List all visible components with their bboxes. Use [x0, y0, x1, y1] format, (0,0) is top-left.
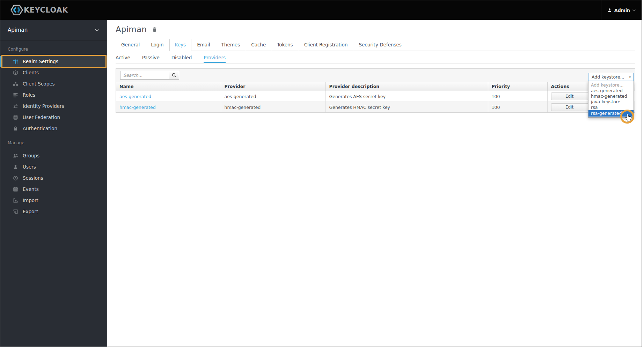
top-navbar: KEYCLOAK Admin — [0, 0, 642, 20]
subtab-passive[interactable]: Passive — [142, 52, 160, 63]
cubes-icon — [13, 81, 18, 87]
provider-name-link[interactable]: hmac-generated — [119, 105, 156, 110]
subtab-disabled[interactable]: Disabled — [171, 52, 192, 63]
table-row: aes-generated aes-generated Generates AE… — [116, 91, 635, 102]
keycloak-logo-icon — [10, 4, 23, 16]
add-keystore-select[interactable]: Add keystore... ▾ — [588, 73, 634, 81]
sidebar-item-groups[interactable]: Groups — [0, 150, 107, 161]
sliders-icon — [13, 59, 18, 64]
sidebar-item-sessions[interactable]: Sessions — [0, 172, 107, 184]
providers-table: Name Provider Provider description Prior… — [116, 82, 635, 112]
sidebar-item-label: Clients — [23, 70, 39, 75]
sidebar-item-label: Groups — [23, 153, 39, 158]
column-header-name: Name — [116, 82, 221, 91]
realm-name: Apiman — [8, 27, 28, 33]
clock-icon — [13, 176, 18, 181]
list-icon — [13, 92, 18, 98]
chevron-down-icon — [632, 9, 636, 11]
tab-keys[interactable]: Keys — [169, 39, 192, 51]
sidebar-item-identity-providers[interactable]: Identity Providers — [0, 101, 107, 112]
sidebar-item-events[interactable]: Events — [0, 184, 107, 195]
column-header-provider: Provider — [221, 82, 325, 91]
exchange-icon — [13, 104, 18, 109]
cube-icon — [13, 70, 18, 75]
dropdown-option-rsa-generated[interactable]: rsa-generated — [588, 110, 634, 117]
add-keystore-select-value: Add keystore... — [592, 74, 624, 80]
sidebar-item-client-scopes[interactable]: Client Scopes — [0, 78, 107, 89]
dropdown-option-java-keystore[interactable]: java-keystore — [588, 99, 634, 105]
edit-button[interactable]: Edit — [551, 92, 588, 100]
tab-login[interactable]: Login — [145, 39, 169, 51]
database-icon — [13, 115, 18, 120]
provider-name-link[interactable]: aes-generated — [119, 94, 151, 99]
tab-tokens[interactable]: Tokens — [271, 39, 298, 51]
sidebar-item-realm-settings[interactable]: Realm Settings — [0, 56, 107, 67]
column-header-priority: Priority — [488, 82, 547, 91]
app-window: KEYCLOAK Admin Apiman Configure — [0, 0, 642, 347]
dropdown-option-rsa[interactable]: rsa — [588, 105, 634, 110]
subtab-active[interactable]: Active — [116, 52, 130, 63]
description-cell: Generates HMAC secret key — [325, 102, 488, 113]
sidebar-item-export[interactable]: Export — [0, 206, 107, 217]
sidebar-item-label: Users — [23, 164, 36, 170]
section-label-manage: Manage — [0, 140, 107, 145]
tabs-divider — [407, 39, 635, 51]
sidebar-item-label: User Federation — [23, 114, 60, 120]
provider-cell: hmac-generated — [221, 102, 325, 113]
sidebar-item-users[interactable]: Users — [0, 161, 107, 172]
sidebar-item-label: Import — [23, 198, 38, 203]
user-icon — [13, 164, 18, 170]
sidebar: Apiman Configure Realm Settings — [0, 20, 107, 347]
chevron-down-icon — [95, 29, 99, 31]
sidebar-item-label: Roles — [23, 92, 35, 98]
tab-general[interactable]: General — [116, 39, 145, 51]
user-icon — [607, 8, 612, 13]
sidebar-item-clients[interactable]: Clients — [0, 67, 107, 78]
calendar-icon — [13, 187, 18, 192]
user-menu[interactable]: Admin — [601, 0, 642, 20]
sidebar-item-label: Identity Providers — [23, 103, 64, 109]
subtab-providers[interactable]: Providers — [204, 52, 226, 63]
sidebar-item-label: Client Scopes — [23, 81, 55, 87]
keycloak-logo[interactable]: KEYCLOAK — [10, 4, 68, 16]
sidebar-item-label: Events — [23, 186, 39, 192]
search-button[interactable] — [169, 71, 179, 80]
sidebar-item-label: Export — [23, 209, 38, 214]
providers-panel: Name Provider Provider description Prior… — [116, 68, 635, 113]
priority-cell: 100 — [488, 91, 547, 102]
table-row: hmac-generated hmac-generated Generates … — [116, 102, 635, 113]
search-icon — [172, 73, 176, 77]
edit-button[interactable]: Edit — [551, 103, 588, 111]
import-icon — [13, 198, 18, 203]
search-input[interactable] — [120, 71, 169, 80]
dropdown-option-add-keystore[interactable]: Add keystore... — [588, 82, 634, 88]
dropdown-option-hmac-generated[interactable]: hmac-generated — [588, 94, 634, 99]
column-header-provider-description: Provider description — [325, 82, 488, 91]
sidebar-item-roles[interactable]: Roles — [0, 89, 107, 101]
export-icon — [13, 209, 18, 214]
tab-security-defenses[interactable]: Security Defenses — [353, 39, 407, 51]
sidebar-item-label: Authentication — [23, 126, 57, 131]
description-cell: Generates AES secret key — [325, 91, 488, 102]
page-title: Apiman — [116, 25, 147, 34]
tab-email[interactable]: Email — [191, 39, 215, 51]
tab-themes[interactable]: Themes — [216, 39, 246, 51]
user-menu-label: Admin — [614, 8, 630, 13]
lock-icon — [13, 126, 18, 131]
delete-realm-icon[interactable] — [152, 27, 157, 32]
realm-tabs: General Login Keys Email Themes Cache To… — [116, 39, 635, 51]
add-keystore-dropdown: Add keystore... aes-generated hmac-gener… — [588, 81, 634, 118]
tab-cache[interactable]: Cache — [246, 39, 271, 51]
sidebar-item-user-federation[interactable]: User Federation — [0, 112, 107, 123]
dropdown-option-aes-generated[interactable]: aes-generated — [588, 88, 634, 94]
section-label-configure: Configure — [0, 47, 107, 52]
priority-cell: 100 — [488, 102, 547, 113]
realm-selector[interactable]: Apiman — [0, 20, 107, 40]
sidebar-item-authentication[interactable]: Authentication — [0, 123, 107, 134]
brand-text: KEYCLOAK — [24, 6, 68, 14]
table-header-row: Name Provider Provider description Prior… — [116, 82, 635, 91]
main-content: Apiman General Login Keys Email Themes C… — [107, 20, 642, 347]
keys-subtabs: Active Passive Disabled Providers — [116, 52, 635, 64]
tab-client-registration[interactable]: Client Registration — [299, 39, 353, 51]
sidebar-item-import[interactable]: Import — [0, 195, 107, 206]
